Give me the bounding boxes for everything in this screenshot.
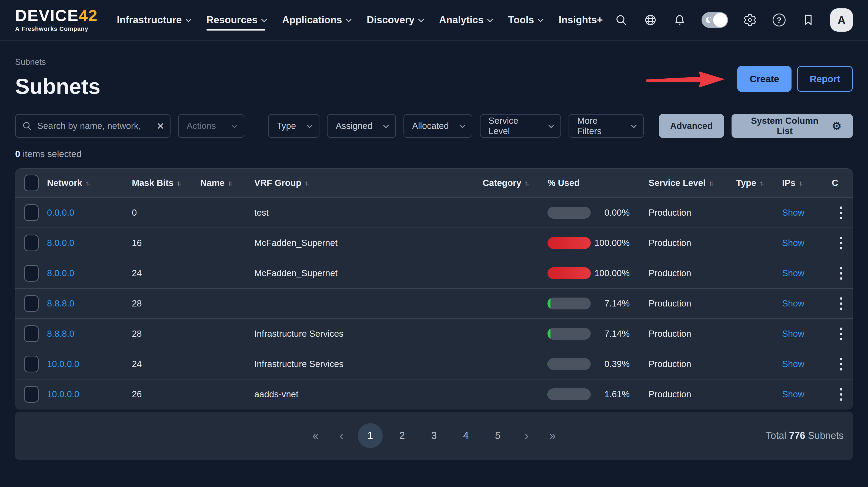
cell-mask-bits: 28 xyxy=(132,329,200,339)
gear-icon[interactable] xyxy=(743,13,757,27)
kebab-menu-icon[interactable] xyxy=(836,358,846,370)
help-icon[interactable]: ? xyxy=(772,13,786,27)
assigned-filter-dropdown[interactable]: Assigned xyxy=(327,114,396,138)
row-checkbox[interactable] xyxy=(24,295,39,312)
advanced-button[interactable]: Advanced xyxy=(659,114,724,138)
show-ips-link[interactable]: Show xyxy=(782,268,805,278)
system-column-list-button[interactable]: System Column List ⚙ xyxy=(732,114,853,138)
cell-network: 10.0.0.0 xyxy=(47,359,132,369)
show-ips-link[interactable]: Show xyxy=(782,238,805,248)
usage-bar-fill xyxy=(548,388,548,400)
nav-item-applications[interactable]: Applications xyxy=(282,3,350,36)
column-header-mask-bits[interactable]: Mask Bits↑↓ xyxy=(132,178,200,188)
network-link[interactable]: 8.0.0.0 xyxy=(47,268,74,278)
cell-ips: Show xyxy=(769,238,810,248)
show-ips-link[interactable]: Show xyxy=(782,298,805,308)
cell-ips: Show xyxy=(769,268,810,278)
kebab-menu-icon[interactable] xyxy=(836,207,846,219)
chevron-down-icon xyxy=(346,17,351,22)
row-checkbox[interactable] xyxy=(24,204,39,221)
more-filters-filter-dropdown[interactable]: More Filters xyxy=(568,114,644,138)
page-button-3[interactable]: 3 xyxy=(422,423,446,448)
column-header-vrf-group[interactable]: VRF Group↑↓ xyxy=(254,178,483,188)
select-all-checkbox[interactable] xyxy=(24,175,39,191)
selection-status: 0 items selected xyxy=(0,138,868,159)
kebab-menu-icon[interactable] xyxy=(836,267,846,280)
column-label: Mask Bits xyxy=(132,178,174,188)
next-page-button[interactable]: › xyxy=(517,423,536,448)
last-page-button[interactable]: » xyxy=(543,423,562,448)
type-filter-dropdown[interactable]: Type xyxy=(268,114,320,138)
theme-toggle[interactable] xyxy=(702,12,728,28)
search-input[interactable] xyxy=(37,121,152,131)
column-header-c[interactable]: C xyxy=(810,178,852,188)
network-link[interactable]: 0.0.0.0 xyxy=(47,208,74,218)
nav-item-label: Tools xyxy=(508,14,534,26)
row-checkbox[interactable] xyxy=(24,325,39,342)
show-ips-link[interactable]: Show xyxy=(782,208,805,218)
column-header-ips[interactable]: IPs↑↓ xyxy=(769,178,810,188)
nav-item-tools[interactable]: Tools xyxy=(508,3,542,36)
page-button-2[interactable]: 2 xyxy=(390,423,414,448)
clear-icon[interactable]: × xyxy=(157,120,164,132)
nav-item-insights[interactable]: Insights+ xyxy=(559,3,602,36)
show-ips-link[interactable]: Show xyxy=(782,359,805,369)
network-link[interactable]: 8.8.8.0 xyxy=(47,298,74,308)
kebab-menu-icon[interactable] xyxy=(836,388,846,401)
kebab-menu-icon[interactable] xyxy=(836,297,846,310)
cell-percent-used: 100.00% xyxy=(548,267,631,279)
page-button-4[interactable]: 4 xyxy=(454,423,478,448)
column-header-network[interactable]: Network↑↓ xyxy=(47,178,132,188)
create-button[interactable]: Create xyxy=(737,66,792,92)
kebab-menu-icon[interactable] xyxy=(836,237,846,249)
row-checkbox[interactable] xyxy=(24,235,39,251)
chevron-down-icon xyxy=(548,122,554,128)
network-link[interactable]: 10.0.0.0 xyxy=(47,359,79,369)
cell-vrf-group: Infrastructure Services xyxy=(254,329,483,339)
report-button[interactable]: Report xyxy=(797,66,853,92)
cell-percent-used: 7.14% xyxy=(548,328,631,340)
network-link[interactable]: 8.0.0.0 xyxy=(47,238,74,248)
network-link[interactable]: 10.0.0.0 xyxy=(47,389,79,399)
show-ips-link[interactable]: Show xyxy=(782,389,805,399)
cell-row-menu xyxy=(810,237,852,249)
cell-ips: Show xyxy=(769,329,810,339)
actions-dropdown[interactable]: Actions xyxy=(178,114,244,138)
bookmark-icon[interactable] xyxy=(801,13,815,27)
avatar[interactable]: A xyxy=(830,8,853,32)
show-ips-link[interactable]: Show xyxy=(782,329,805,339)
row-checkbox[interactable] xyxy=(24,265,39,282)
filter-label: Assigned xyxy=(336,121,372,131)
network-link[interactable]: 8.8.8.0 xyxy=(47,329,74,339)
first-page-button[interactable]: « xyxy=(306,423,325,448)
row-checkbox[interactable] xyxy=(24,356,39,372)
column-header-type[interactable]: Type↑↓ xyxy=(720,178,769,188)
column-label: VRF Group xyxy=(254,178,301,188)
page-button-5[interactable]: 5 xyxy=(485,423,510,448)
chevron-down-icon xyxy=(383,122,389,128)
row-checkbox[interactable] xyxy=(24,386,39,403)
nav-item-infrastructure[interactable]: Infrastructure xyxy=(117,3,190,36)
allocated-filter-dropdown[interactable]: Allocated xyxy=(403,114,472,138)
nav-item-resources[interactable]: Resources xyxy=(207,3,266,36)
column-header-name[interactable]: Name↑↓ xyxy=(200,178,254,188)
service-level-filter-dropdown[interactable]: Service Level xyxy=(480,114,561,138)
previous-page-button[interactable]: ‹ xyxy=(332,423,351,448)
kebab-menu-icon[interactable] xyxy=(836,328,846,340)
device42-logo[interactable]: DEVICE42 A Freshworks Company xyxy=(15,7,98,32)
chevron-down-icon xyxy=(538,17,544,22)
globe-icon[interactable] xyxy=(643,13,658,27)
nav-item-discovery[interactable]: Discovery xyxy=(367,3,423,36)
column-header-category[interactable]: Category↑↓ xyxy=(483,178,548,188)
page-button-1[interactable]: 1 xyxy=(358,423,383,448)
cell-percent-used: 0.00% xyxy=(548,207,631,219)
column-header-used[interactable]: % Used xyxy=(548,178,631,188)
search-icon[interactable] xyxy=(614,13,628,27)
column-header-service-level[interactable]: Service Level↑↓ xyxy=(631,178,720,188)
bell-icon[interactable] xyxy=(672,13,687,27)
row-checkbox-cell xyxy=(16,356,47,372)
sort-icon: ↑↓ xyxy=(305,179,310,187)
usage-bar xyxy=(548,267,591,279)
nav-item-analytics[interactable]: Analytics xyxy=(439,3,492,36)
sort-icon: ↑↓ xyxy=(760,179,765,187)
